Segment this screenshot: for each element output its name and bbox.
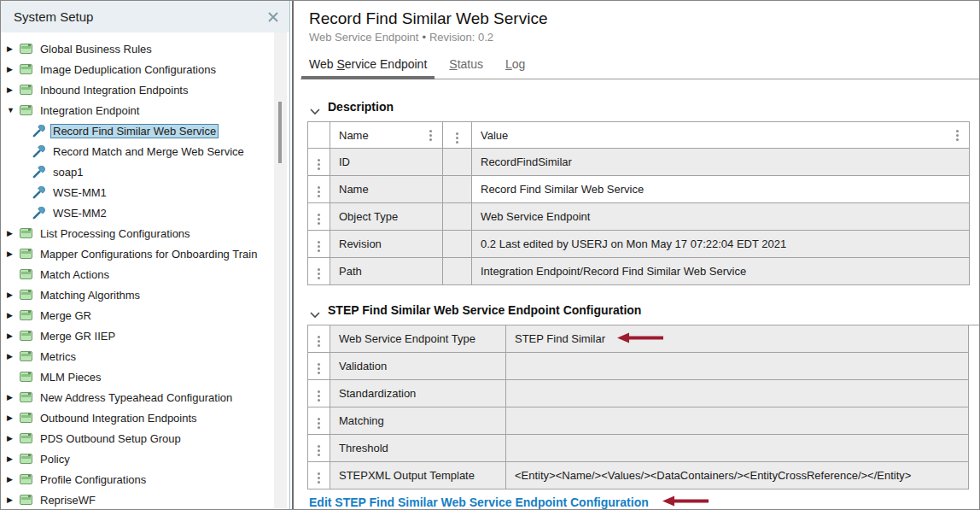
chevron-right-icon[interactable]: ▶ bbox=[7, 435, 20, 443]
chevron-right-icon[interactable]: ▶ bbox=[7, 496, 20, 504]
chevron-right-icon[interactable]: ▶ bbox=[7, 250, 20, 258]
separator-cell bbox=[443, 258, 472, 285]
chevron-right-icon[interactable]: ▶ bbox=[7, 332, 20, 340]
attribute-name-cell: Web Service Endpoint Type bbox=[330, 325, 506, 353]
row-drag-handle[interactable] bbox=[308, 325, 330, 353]
sidebar-scrollbar-track[interactable] bbox=[274, 32, 287, 508]
row-drag-handle[interactable] bbox=[308, 176, 330, 203]
tab-label-part: Web bbox=[309, 57, 336, 71]
row-drag-handle[interactable] bbox=[308, 149, 330, 176]
attribute-name-cell: Revision bbox=[330, 231, 443, 258]
sidebar-item-new-address-typeahead-configuration[interactable]: ▶New Address Typeahead Configuration bbox=[1, 387, 289, 407]
scrollbar-gutter bbox=[969, 325, 979, 325]
sidebar-item-soap1[interactable]: soap1 bbox=[1, 161, 289, 182]
tab-label-part: ervice Endpoint bbox=[345, 57, 428, 71]
wrench-icon bbox=[32, 166, 45, 179]
tree-item-label: soap1 bbox=[50, 165, 85, 179]
sidebar-item-global-business-rules[interactable]: ▶Global Business Rules bbox=[1, 38, 289, 59]
sidebar-item-wse-mm2[interactable]: WSE-MM2 bbox=[1, 202, 289, 223]
attribute-value-cell[interactable]: Record Find Similar Web Service bbox=[472, 176, 970, 203]
edit-configuration-link[interactable]: Edit STEP Find Similar Web Service Endpo… bbox=[309, 495, 979, 509]
tree-item-label: Matching Algorithms bbox=[38, 288, 143, 302]
sidebar-item-policy[interactable]: ▶Policy bbox=[1, 448, 289, 469]
tab-label-mnemonic: L bbox=[505, 57, 512, 71]
sidebar-item-match-actions[interactable]: ▶Match Actions bbox=[1, 264, 289, 284]
chevron-right-icon[interactable]: ▶ bbox=[7, 476, 20, 484]
chevron-right-icon[interactable]: ▶ bbox=[7, 414, 20, 422]
row-drag-handle[interactable] bbox=[308, 435, 330, 462]
row-drag-handle[interactable] bbox=[308, 462, 330, 489]
row-drag-handle[interactable] bbox=[308, 231, 330, 258]
sidebar-item-list-processing-configurations[interactable]: ▶List Processing Configurations bbox=[1, 223, 289, 243]
row-drag-handle[interactable] bbox=[308, 353, 330, 380]
tab-status[interactable]: Status bbox=[449, 57, 483, 79]
endpoint-type-value: STEP Find Similar bbox=[515, 332, 605, 345]
wrench-icon bbox=[32, 145, 45, 158]
header-value-cell: Value bbox=[472, 122, 970, 149]
sidebar-item-record-find-similar-web-service[interactable]: Record Find Similar Web Service bbox=[1, 120, 289, 141]
row-drag-handle[interactable] bbox=[308, 380, 330, 407]
column-menu-icon[interactable] bbox=[429, 134, 432, 137]
row-drag-handle[interactable] bbox=[308, 258, 330, 285]
table-row-revision: Revision 0.2 Last edited by USERJ on Mon… bbox=[308, 231, 970, 258]
attribute-value-cell: 0.2 Last edited by USERJ on Mon May 17 0… bbox=[472, 231, 970, 258]
sidebar-item-integration-endpoint[interactable]: ▼Integration Endpoint bbox=[1, 100, 289, 120]
row-drag-handle[interactable] bbox=[308, 203, 330, 231]
table-row-name: Name Record Find Similar Web Service bbox=[308, 176, 970, 203]
attribute-value-cell bbox=[506, 407, 969, 435]
column-header-value: Value bbox=[481, 129, 508, 142]
chevron-right-icon[interactable]: ▶ bbox=[7, 455, 20, 463]
folder-icon bbox=[20, 269, 32, 279]
folder-icon bbox=[20, 290, 32, 300]
sidebar-item-outbound-integration-endpoints[interactable]: ▶Outbound Integration Endpoints bbox=[1, 407, 289, 428]
section-title: Description bbox=[328, 100, 394, 114]
tree-item-label: Profile Configurations bbox=[38, 472, 149, 487]
chevron-right-icon[interactable]: ▶ bbox=[7, 86, 20, 94]
table-row-standardization: Standardization bbox=[308, 380, 969, 407]
sidebar-item-pds-outbound-setup-group[interactable]: ▶PDS Outbound Setup Group bbox=[1, 428, 289, 448]
tree-item-label: MLM Pieces bbox=[38, 370, 104, 384]
sidebar-item-record-match-and-merge-web-service[interactable]: Record Match and Merge Web Service bbox=[1, 141, 289, 161]
sidebar-item-matching-algorithms[interactable]: ▶Matching Algorithms bbox=[1, 284, 289, 305]
sidebar-item-metrics[interactable]: ▶Metrics bbox=[1, 346, 289, 366]
sidebar-item-inbound-integration-endpoints[interactable]: ▶Inbound Integration Endpoints bbox=[1, 79, 289, 100]
folder-icon bbox=[20, 85, 32, 95]
collapse-chevron-icon[interactable] bbox=[310, 103, 320, 110]
sidebar-item-merge-gr[interactable]: ▶Merge GR bbox=[1, 305, 289, 325]
chevron-right-icon[interactable]: ▶ bbox=[7, 291, 20, 299]
chevron-right-icon[interactable]: ▶ bbox=[7, 312, 20, 319]
sidebar-item-mlm-pieces[interactable]: ▶MLM Pieces bbox=[1, 366, 289, 387]
sidebar-item-reprisewf[interactable]: ▶RepriseWF bbox=[1, 489, 289, 510]
tab-web-service-endpoint[interactable]: Web Service Endpoint bbox=[309, 57, 427, 79]
chevron-down-icon[interactable]: ▼ bbox=[7, 107, 20, 114]
chevron-right-icon[interactable]: ▶ bbox=[7, 353, 20, 361]
sidebar-item-merge-gr-iiep[interactable]: ▶Merge GR IIEP bbox=[1, 325, 289, 346]
table-row-threshold: Threshold bbox=[308, 435, 969, 462]
close-icon[interactable] bbox=[265, 9, 281, 25]
annotation-arrow-icon bbox=[617, 332, 663, 346]
sidebar-title: System Setup bbox=[14, 9, 265, 24]
column-menu-icon[interactable] bbox=[456, 137, 458, 139]
sidebar-item-wse-mm1[interactable]: WSE-MM1 bbox=[1, 182, 289, 202]
collapse-chevron-icon[interactable] bbox=[310, 307, 320, 314]
table-row-stepxml-output-template: STEPXML Output Template <Entity><Name/><… bbox=[308, 462, 969, 489]
chevron-right-icon[interactable]: ▶ bbox=[7, 45, 20, 53]
tree-item-label: Integration Endpoint bbox=[38, 103, 142, 118]
tree-item-label: Mapper Configurations for Onboarding Tra… bbox=[38, 247, 260, 261]
attribute-name-cell: Validation bbox=[330, 353, 506, 380]
folder-icon bbox=[20, 372, 32, 382]
sidebar-scrollbar-thumb[interactable] bbox=[278, 102, 282, 163]
column-menu-icon[interactable] bbox=[956, 134, 959, 137]
chevron-right-icon[interactable]: ▶ bbox=[7, 394, 20, 402]
sidebar-item-profile-configurations[interactable]: ▶Profile Configurations bbox=[1, 469, 289, 489]
chevron-right-icon[interactable]: ▶ bbox=[7, 230, 20, 237]
folder-icon bbox=[20, 351, 32, 361]
tab-log[interactable]: Log bbox=[505, 57, 525, 79]
sidebar-item-image-deduplication-configurations[interactable]: ▶Image Deduplication Configurations bbox=[1, 59, 289, 79]
tree-item-label: Outbound Integration Endpoints bbox=[38, 411, 200, 425]
row-drag-handle[interactable] bbox=[308, 407, 330, 435]
attribute-value-cell: STEP Find Similar bbox=[506, 325, 969, 353]
folder-icon bbox=[20, 413, 32, 423]
chevron-right-icon[interactable]: ▶ bbox=[7, 66, 20, 73]
sidebar-item-mapper-configurations[interactable]: ▶Mapper Configurations for Onboarding Tr… bbox=[1, 243, 289, 264]
